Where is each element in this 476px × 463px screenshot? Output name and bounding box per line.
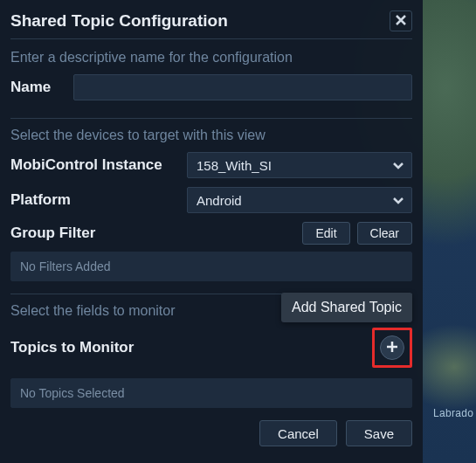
target-hint: Select the devices to target with this v… (10, 128, 412, 143)
divider (10, 38, 412, 39)
panel-title: Shared Topic Configuration (10, 11, 228, 31)
platform-label: Platform (10, 191, 176, 209)
add-topic-button[interactable] (380, 335, 404, 360)
name-hint: Enter a descriptive name for the configu… (10, 50, 412, 66)
topics-label: Topics to Monitor (10, 339, 372, 356)
chevron-down-icon (392, 194, 404, 206)
name-label: Name (10, 79, 63, 96)
shared-topic-config-panel: Shared Topic Configuration Enter a descr… (0, 0, 423, 463)
divider (10, 294, 412, 294)
cancel-button[interactable]: Cancel (259, 420, 337, 446)
platform-select[interactable]: Android (187, 187, 412, 213)
chevron-down-icon (392, 159, 404, 171)
instance-value: 158_With_SI (197, 158, 272, 173)
name-input[interactable] (73, 74, 412, 100)
save-button[interactable]: Save (346, 420, 412, 446)
group-filter-label: Group Filter (10, 225, 295, 242)
add-topic-highlight (372, 328, 412, 368)
instance-select[interactable]: 158_With_SI (187, 152, 412, 178)
clear-button[interactable]: Clear (357, 222, 412, 245)
edit-button[interactable]: Edit (302, 222, 349, 245)
group-filter-status: No Filters Added (10, 252, 412, 281)
platform-value: Android (197, 193, 242, 208)
plus-icon (386, 341, 398, 356)
instance-label: MobiControl Instance (10, 156, 176, 174)
monitor-hint: Select the fields to monitor (10, 303, 412, 319)
close-button[interactable] (390, 10, 412, 31)
divider (10, 118, 412, 119)
close-icon (396, 15, 406, 28)
topics-status: No Topics Selected (10, 378, 412, 408)
